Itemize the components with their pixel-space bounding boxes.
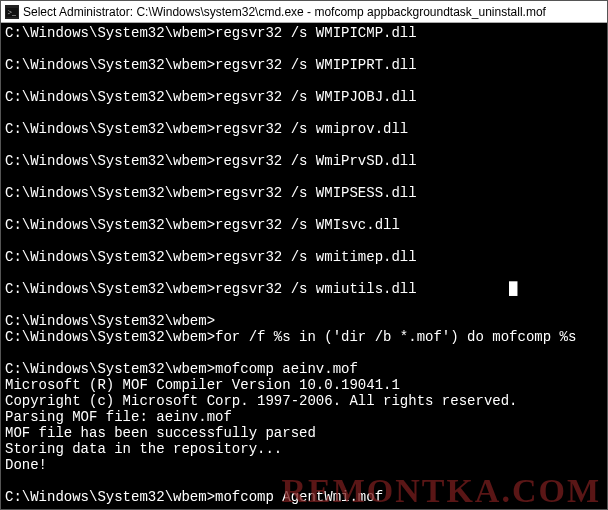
terminal-output[interactable]: C:\Windows\System32\wbem>regsvr32 /s WMI… xyxy=(1,23,607,509)
cmd-window: >_ Select Administrator: C:\Windows\syst… xyxy=(0,0,608,510)
titlebar[interactable]: >_ Select Administrator: C:\Windows\syst… xyxy=(1,1,607,23)
window-title: Select Administrator: C:\Windows\system3… xyxy=(23,5,546,19)
cmd-icon: >_ xyxy=(5,5,19,19)
svg-text:>_: >_ xyxy=(8,8,18,17)
